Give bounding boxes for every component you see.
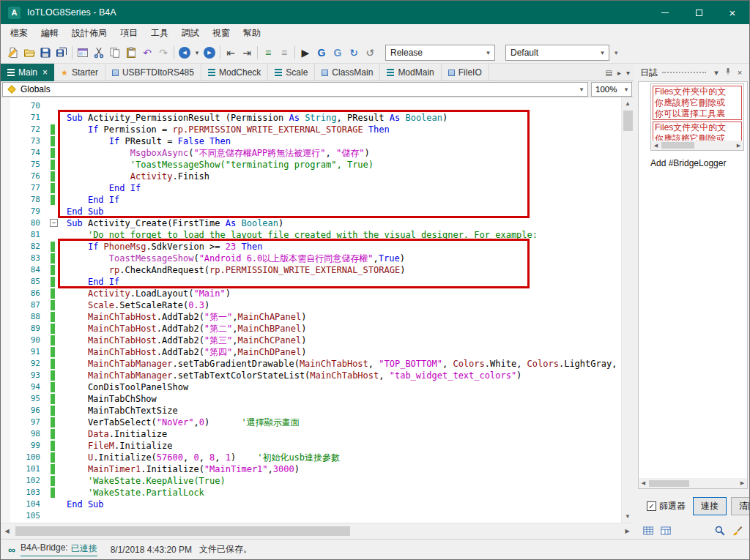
scrollbar-thumb[interactable] — [649, 480, 689, 487]
clean-project-button[interactable]: ↺ — [362, 45, 378, 61]
scroll-left-icon[interactable]: ◀ — [639, 480, 648, 486]
log-list[interactable]: Files文件夾中的文你應該將它刪除或你可以選擇工具裏Files文件夾中的文你應… — [650, 83, 744, 151]
change-marker — [51, 488, 55, 498]
change-marker — [51, 148, 55, 158]
clear-logs-button[interactable]: 清除 — [731, 497, 749, 515]
menu-item[interactable]: 編輯 — [34, 24, 65, 42]
navigate-back-dropdown[interactable]: ▾ — [193, 45, 201, 61]
outdent-button[interactable]: ⇤ — [223, 45, 239, 61]
code-line: 91 MainChTabHost.AddTab2("第四",MainChDPan… — [1, 346, 621, 358]
panel-menu-icon[interactable]: ▾ — [710, 68, 722, 78]
menu-item[interactable]: 幫助 — [237, 24, 267, 42]
pin-icon[interactable] — [722, 67, 734, 78]
scrollbar-track[interactable] — [661, 141, 734, 150]
theme-brush-icon[interactable] — [732, 525, 743, 537]
open-button[interactable] — [21, 45, 37, 61]
log-entry[interactable]: Files文件夾中的文你應該將它刪除或你可以選擇工具裏 — [653, 86, 742, 120]
scroll-right-icon[interactable]: ▶ — [738, 480, 747, 486]
change-marker — [51, 253, 55, 264]
menu-item[interactable]: 設計佈局 — [65, 24, 114, 42]
tab-menu-icon[interactable]: ▾ — [626, 69, 630, 77]
scrollbar-track[interactable] — [13, 525, 621, 537]
comment-button[interactable]: ≡ — [260, 45, 276, 61]
scroll-right-icon[interactable]: ▶ — [621, 525, 634, 537]
filter-checkbox[interactable]: ✓ 篩選器 — [647, 500, 686, 512]
designer-button[interactable] — [75, 45, 91, 61]
change-marker-gutter — [49, 276, 58, 288]
menu-item[interactable]: 檔案 — [4, 24, 34, 42]
profile-dropdown[interactable]: Default ▾ — [505, 45, 609, 61]
save-button[interactable] — [37, 45, 53, 61]
copy-button[interactable] — [107, 45, 123, 61]
indent-button[interactable]: ⇥ — [239, 45, 255, 61]
tab-modcheck[interactable]: ModCheck — [201, 64, 268, 81]
zoom-dropdown[interactable]: 100% ▾ — [591, 82, 632, 97]
scrollbar-track[interactable] — [648, 479, 738, 488]
logs-panel-body: Files文件夾中的文你應該將它刪除或你可以選擇工具裏Files文件夾中的文你應… — [638, 81, 748, 489]
fold-marker[interactable]: − — [50, 219, 58, 227]
editor-column: Main×★StarterUSBFTDItoRS485ModCheckScale… — [1, 64, 634, 539]
navigate-back-button[interactable]: ◀ — [177, 45, 193, 61]
scroll-left-icon[interactable]: ◀ — [651, 143, 661, 149]
line-number: 98 — [1, 428, 49, 440]
new-button[interactable] — [5, 45, 21, 61]
scrollbar-thumb[interactable] — [661, 142, 694, 149]
compile-debug-button[interactable]: G — [330, 45, 346, 61]
code-editor[interactable]: 7071Sub Activity_PermissionResult (Permi… — [1, 97, 634, 523]
minimize-button[interactable] — [648, 1, 682, 24]
scroll-up-icon[interactable]: ▲ — [622, 97, 634, 110]
menu-item[interactable]: 工具 — [144, 24, 175, 42]
scroll-left-icon[interactable]: ◀ — [1, 525, 13, 537]
undo-button[interactable]: ↶ — [139, 45, 155, 61]
cut-button[interactable] — [91, 45, 107, 61]
connect-button[interactable]: 連接 — [693, 497, 727, 515]
bridge-status[interactable]: B4A-Bridge: 已連接 — [21, 542, 97, 556]
tab-classmain[interactable]: ClassMain — [315, 64, 380, 81]
recompile-button[interactable]: ↻ — [346, 45, 362, 61]
procedure-dropdown[interactable]: Globals ▾ — [2, 82, 588, 97]
tab-usbftditors485[interactable]: USBFTDItoRS485 — [105, 64, 201, 81]
line-number: 73 — [1, 135, 49, 147]
search-icon[interactable] — [714, 525, 726, 537]
change-marker-gutter — [49, 299, 58, 311]
panel-close-icon[interactable]: × — [734, 68, 746, 77]
scroll-down-icon[interactable]: ▼ — [622, 510, 634, 523]
panel-horizontal-scrollbar[interactable]: ◀ ▶ — [639, 478, 747, 488]
line-number: 95 — [1, 393, 49, 405]
maximize-button[interactable] — [682, 1, 716, 24]
code-text: 'Do not forget to load the layout file c… — [58, 229, 538, 241]
tab-main[interactable]: Main× — [1, 64, 54, 81]
menu-item[interactable]: 項目 — [114, 24, 144, 42]
tab-fileio[interactable]: FileIO — [442, 64, 489, 81]
tab-starter[interactable]: ★Starter — [54, 64, 105, 81]
toolbar-overflow-icon[interactable]: ▾ — [615, 49, 618, 56]
line-number: 105 — [1, 510, 49, 522]
save-all-button[interactable] — [53, 45, 70, 61]
line-number: 90 — [1, 335, 49, 346]
grid-view-icon[interactable] — [642, 525, 654, 537]
menu-item[interactable]: 視窗 — [206, 24, 237, 42]
window-list-icon[interactable]: ▤ — [605, 69, 612, 77]
close-button[interactable]: × — [716, 1, 749, 24]
compile-release-button[interactable]: G — [313, 45, 330, 61]
split-view-icon[interactable] — [660, 525, 672, 537]
uncomment-button[interactable]: ≡ — [276, 45, 292, 61]
navigate-forward-button[interactable]: ▶ — [201, 45, 218, 61]
app-logo-icon: A — [8, 7, 21, 19]
tab-scale[interactable]: Scale — [268, 64, 315, 81]
vertical-scrollbar[interactable]: ▲ ▼ — [621, 97, 634, 523]
scroll-right-icon[interactable]: ▶ — [734, 143, 743, 149]
code-text: ConDisToolPanelShow — [58, 381, 188, 393]
build-configuration-dropdown[interactable]: Release ▾ — [385, 45, 495, 61]
redo-button[interactable]: ↷ — [155, 45, 171, 61]
tab-modmain[interactable]: ModMain — [380, 64, 441, 81]
paste-button[interactable] — [123, 45, 139, 61]
run-button[interactable]: ▶ — [297, 45, 313, 61]
scrollbar-thumb[interactable] — [15, 526, 350, 536]
scrollbar-thumb[interactable] — [623, 111, 633, 131]
tab-close-icon[interactable]: × — [42, 67, 48, 78]
log-horizontal-scrollbar[interactable]: ◀ ▶ — [651, 141, 743, 150]
horizontal-scrollbar[interactable]: ◀ ▶ — [1, 523, 634, 539]
menu-item[interactable]: 調試 — [175, 24, 206, 42]
scroll-tabs-right-icon[interactable]: ▸ — [617, 69, 621, 77]
